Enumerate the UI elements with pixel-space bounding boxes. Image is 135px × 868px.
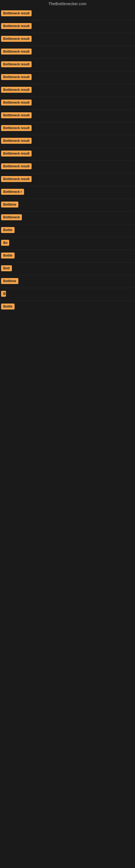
bottleneck-badge-14[interactable]: Bottleneck result [1,176,32,182]
badge-row-19: Bo [0,237,135,250]
bottleneck-badge-22[interactable]: Bottlene [1,278,18,284]
bottleneck-badge-21[interactable]: Bott [1,265,12,271]
bottleneck-badge-6[interactable]: Bottleneck result [1,74,32,80]
badge-row-16: Bottlene [0,199,135,211]
bottleneck-badge-4[interactable]: Bottleneck result [1,49,32,55]
badge-row-11: Bottleneck result [0,135,135,148]
badges-container: Bottleneck resultBottleneck resultBottle… [0,8,135,313]
badge-row-5: Bottleneck result [0,59,135,71]
badge-row-23: B [0,288,135,301]
badge-row-17: Bottleneck [0,212,135,224]
bottleneck-badge-23[interactable]: B [1,291,6,297]
bottleneck-badge-2[interactable]: Bottleneck result [1,23,32,29]
bottleneck-badge-13[interactable]: Bottleneck result [1,163,32,169]
badge-row-1: Bottleneck result [0,8,135,20]
bottleneck-badge-20[interactable]: Bottle [1,252,14,258]
site-title: TheBottlenecker.com [0,0,135,8]
badge-row-8: Bottleneck result [0,97,135,109]
badge-row-10: Bottleneck result [0,122,135,135]
bottleneck-badge-1[interactable]: Bottleneck result [1,10,32,16]
badge-row-3: Bottleneck result [0,33,135,45]
bottleneck-badge-15[interactable]: Bottleneck r [1,189,24,195]
bottleneck-badge-11[interactable]: Bottleneck result [1,138,32,144]
badge-row-6: Bottleneck result [0,71,135,84]
bottleneck-badge-24[interactable]: Bottle [1,304,14,310]
bottleneck-badge-10[interactable]: Bottleneck result [1,125,32,131]
badge-row-14: Bottleneck result [0,173,135,186]
bottleneck-badge-5[interactable]: Bottleneck result [1,61,32,67]
badge-row-24: Bottle [0,301,135,313]
bottleneck-badge-8[interactable]: Bottleneck result [1,99,32,105]
bottleneck-badge-17[interactable]: Bottleneck [1,214,22,220]
badge-row-22: Bottlene [0,275,135,288]
bottleneck-badge-18[interactable]: Bottle [1,227,14,233]
badge-row-12: Bottleneck result [0,148,135,160]
badge-row-15: Bottleneck r [0,186,135,198]
badge-row-18: Bottle [0,224,135,237]
badge-row-2: Bottleneck result [0,20,135,33]
bottleneck-badge-19[interactable]: Bo [1,240,9,246]
bottleneck-badge-7[interactable]: Bottleneck result [1,87,32,93]
badge-row-20: Bottle [0,250,135,262]
bottleneck-badge-3[interactable]: Bottleneck result [1,36,32,42]
bottleneck-badge-16[interactable]: Bottlene [1,202,18,208]
badge-row-13: Bottleneck result [0,161,135,173]
bottleneck-badge-12[interactable]: Bottleneck result [1,151,32,156]
badge-row-4: Bottleneck result [0,46,135,58]
badge-row-7: Bottleneck result [0,84,135,97]
badge-row-9: Bottleneck result [0,110,135,122]
bottleneck-badge-9[interactable]: Bottleneck result [1,112,32,118]
badge-row-21: Bott [0,262,135,275]
